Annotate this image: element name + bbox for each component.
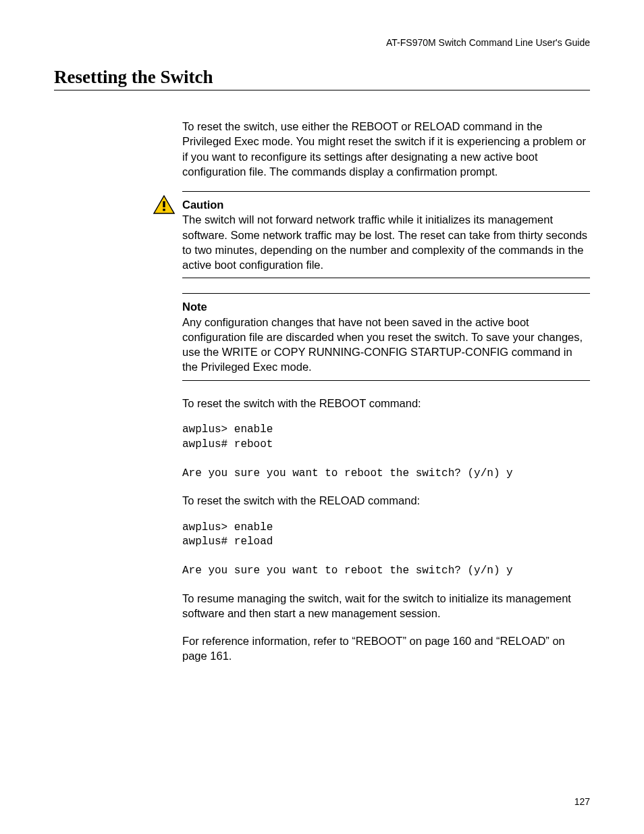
svg-rect-2 xyxy=(163,209,165,211)
page-number: 127 xyxy=(574,796,590,807)
body-column: To reset the switch, use either the REBO… xyxy=(182,119,590,663)
note-body: Any configuration changes that have not … xyxy=(182,315,590,375)
reboot-code-block: awplus> enable awplus# reboot Are you su… xyxy=(182,423,590,481)
caution-admonition: Caution The switch will not forward netw… xyxy=(182,191,590,278)
reboot-lead: To reset the switch with the REBOOT comm… xyxy=(182,396,590,411)
note-title: Note xyxy=(182,299,590,314)
reload-lead: To reset the switch with the RELOAD comm… xyxy=(182,493,590,508)
document-page: AT-FS970M Switch Command Line User's Gui… xyxy=(0,0,644,834)
reload-code-block: awplus> enable awplus# reload Are you su… xyxy=(182,521,590,579)
caution-body: The switch will not forward network traf… xyxy=(182,212,590,272)
caution-title: Caution xyxy=(182,197,590,212)
resume-paragraph: To resume managing the switch, wait for … xyxy=(182,591,590,621)
svg-rect-1 xyxy=(163,201,165,207)
section-title: Resetting the Switch xyxy=(54,67,590,90)
running-header: AT-FS970M Switch Command Line User's Gui… xyxy=(54,37,590,48)
intro-paragraph: To reset the switch, use either the REBO… xyxy=(182,119,590,179)
caution-icon xyxy=(153,194,176,215)
note-admonition: Note Any configuration changes that have… xyxy=(182,293,590,380)
reference-paragraph: For reference information, refer to “REB… xyxy=(182,633,590,664)
